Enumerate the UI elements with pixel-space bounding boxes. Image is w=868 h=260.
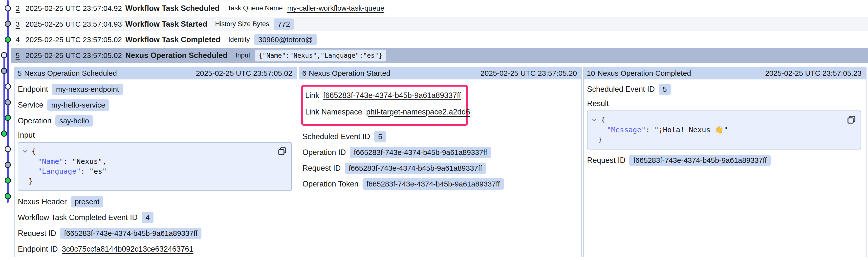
field-value-badge: f665283f-743e-4374-b45b-9a61a89337ff xyxy=(629,155,771,166)
field-value-badge: my-nexus-endpoint xyxy=(52,84,123,95)
panel-timestamp: 2025-02-25 UTC 23:57:05.02 xyxy=(196,69,292,77)
field-request-id: Request ID f665283f-743e-4374-b45b-9a61a… xyxy=(303,162,577,174)
json-kv-line: "Message": "¡Hola! Nexus 👋" xyxy=(591,125,856,135)
json-sep: : xyxy=(646,125,654,135)
panel-event-name: Nexus Operation Scheduled xyxy=(24,69,117,77)
collapse-chevron-icon[interactable] xyxy=(22,148,28,155)
json-kv-line: "Language": "es" xyxy=(22,166,286,176)
history-row-3[interactable]: 3 2025-02-25 UTC 23:57:04.93 Workflow Ta… xyxy=(11,17,868,31)
timeline-dot-scheduled xyxy=(1,52,7,58)
history-row-2[interactable]: 2 2025-02-25 UTC 23:57:04.92 Workflow Ta… xyxy=(11,1,868,15)
panel-title: 6Nexus Operation Started xyxy=(302,69,393,77)
field-link: Link f665283f-743e-4374-b45b-9a61a89337f… xyxy=(305,89,464,101)
timeline-dot-completed xyxy=(1,131,7,137)
link-value-link[interactable]: f665283f-743e-4374-b45b-9a61a89337ff xyxy=(323,91,461,100)
field-value-badge: f665283f-743e-4374-b45b-9a61a89337ff xyxy=(345,162,486,174)
event-timestamp: 2025-02-25 UTC 23:57:04.93 xyxy=(26,20,125,28)
field-endpoint: Endpoint my-nexus-endpoint xyxy=(18,83,292,95)
event-timestamp: 2025-02-25 UTC 23:57:04.92 xyxy=(26,4,125,12)
json-value: "¡Hola! Nexus 👋" xyxy=(654,125,728,135)
copy-icon[interactable] xyxy=(277,146,287,156)
field-value-badge: my-hello-service xyxy=(47,100,109,111)
field-service: Service my-hello-service xyxy=(18,99,292,111)
timeline-dot-started xyxy=(5,162,11,168)
result-block-label: Result xyxy=(587,99,862,108)
json-kv-line: "Name": "Nexus", xyxy=(22,156,286,166)
field-label: Workflow Task Completed Event ID xyxy=(18,213,138,222)
panel-header: 6Nexus Operation Started 2025-02-25 UTC … xyxy=(299,67,582,79)
history-row-5-selected[interactable]: 5 2025-02-25 UTC 23:57:05.02 Nexus Opera… xyxy=(11,48,868,63)
json-key: "Message" xyxy=(607,125,646,135)
panel-title: 10Nexus Operation Completed xyxy=(587,69,693,77)
timeline-dot-started xyxy=(5,99,11,105)
attr-value-badge: 30960@totoro@ xyxy=(254,34,317,45)
field-request-id: Request ID f665283f-743e-4374-b45b-9a61a… xyxy=(587,154,862,166)
result-json-viewer: { "Message": "¡Hola! Nexus 👋" } xyxy=(587,111,861,149)
timeline xyxy=(0,0,14,260)
event-id-link[interactable]: 4 xyxy=(16,36,20,44)
event-id: 5 xyxy=(16,51,26,60)
panel-body: Link f665283f-743e-4374-b45b-9a61a89337f… xyxy=(299,79,582,257)
link-namespace-link[interactable]: phil-target-namespace2.a2dd6 xyxy=(366,108,470,116)
copy-icon[interactable] xyxy=(846,114,857,125)
event-id-link[interactable]: 5 xyxy=(16,51,20,60)
field-label: Scheduled Event ID xyxy=(303,132,370,141)
timeline-dot-completed xyxy=(5,177,11,184)
panel-nexus-operation-started: 6Nexus Operation Started 2025-02-25 UTC … xyxy=(299,67,582,257)
highlight-annotation-box: Link f665283f-743e-4374-b45b-9a61a89337f… xyxy=(301,85,468,126)
field-request-id: Request ID f665283f-743e-4374-b45b-9a61a… xyxy=(18,227,292,239)
field-label: Operation xyxy=(18,116,52,125)
timeline-branch-line xyxy=(3,55,5,135)
timeline-dot-completed xyxy=(5,37,11,43)
collapse-chevron-icon[interactable] xyxy=(591,117,597,123)
event-id: 2 xyxy=(16,4,26,12)
field-value-badge: 4 xyxy=(142,212,154,223)
field-label: Operation Token xyxy=(303,180,359,188)
field-scheduled-event-id: Scheduled Event ID 5 xyxy=(303,131,577,142)
event-name: Nexus Operation Scheduled xyxy=(125,51,227,60)
event-attr-label: Input xyxy=(235,51,250,59)
attr-value-badge: 772 xyxy=(274,18,294,30)
json-key: "Language" xyxy=(37,166,81,176)
event-attr-label: Task Queue Name xyxy=(227,4,283,12)
panel-nexus-operation-completed: 10Nexus Operation Completed 2025-02-25 U… xyxy=(583,67,867,257)
panel-event-name: Nexus Operation Completed xyxy=(598,69,691,77)
event-attr-label: Identity xyxy=(228,36,250,43)
panel-event-id: 10 xyxy=(587,69,595,77)
field-value-badge: say-hello xyxy=(55,115,93,126)
input-json-viewer: { "Name": "Nexus", "Language": "es" } xyxy=(18,142,292,191)
timeline-dot-completed xyxy=(5,115,11,121)
timeline-dot-scheduled xyxy=(5,5,11,11)
field-label: Request ID xyxy=(18,229,56,238)
field-link-namespace: Link Namespace phil-target-namespace2.a2… xyxy=(305,106,464,118)
panel-title: 5Nexus Operation Scheduled xyxy=(18,69,119,77)
event-detail-panels: 5Nexus Operation Scheduled 2025-02-25 UT… xyxy=(14,67,867,257)
history-row-4[interactable]: 4 2025-02-25 UTC 23:57:05.02 Workflow Ta… xyxy=(11,32,868,47)
json-open-line: { xyxy=(22,147,286,156)
panel-header: 5Nexus Operation Scheduled 2025-02-25 UT… xyxy=(14,67,297,79)
field-value-badge: f665283f-743e-4374-b45b-9a61a89337ff xyxy=(60,228,202,239)
event-id: 4 xyxy=(16,36,26,44)
field-label: Link xyxy=(305,91,319,100)
event-id-link[interactable]: 3 xyxy=(16,20,20,28)
event-id-link[interactable]: 2 xyxy=(16,4,20,12)
event-name: Workflow Task Started xyxy=(125,20,207,29)
json-close-line: } xyxy=(591,135,856,145)
field-label: Endpoint ID xyxy=(18,245,58,254)
task-queue-link[interactable]: my-caller-workflow-task-queue xyxy=(287,4,384,12)
field-label: Link Namespace xyxy=(305,108,362,116)
field-label: Nexus Header xyxy=(18,197,67,206)
workflow-history-screen: 2 2025-02-25 UTC 23:57:04.92 Workflow Ta… xyxy=(0,0,868,260)
timeline-dot-started xyxy=(5,21,11,27)
json-sep: : xyxy=(81,166,90,176)
field-label: Request ID xyxy=(303,164,341,173)
timeline-dot-scheduled xyxy=(5,83,11,89)
event-name: Workflow Task Scheduled xyxy=(125,4,219,13)
json-sep: : xyxy=(64,156,72,166)
json-open-brace: { xyxy=(32,147,36,156)
field-value-badge: 5 xyxy=(374,131,386,142)
attr-value-json-badge: {"Name":"Nexus","Language":"es"} xyxy=(255,49,386,62)
field-endpoint-id: Endpoint ID 3c0c75ccfa8144b092c13ce63246… xyxy=(18,243,292,255)
field-label: Service xyxy=(18,101,43,110)
endpoint-id-link[interactable]: 3c0c75ccfa8144b092c13ce632463761 xyxy=(62,245,193,254)
